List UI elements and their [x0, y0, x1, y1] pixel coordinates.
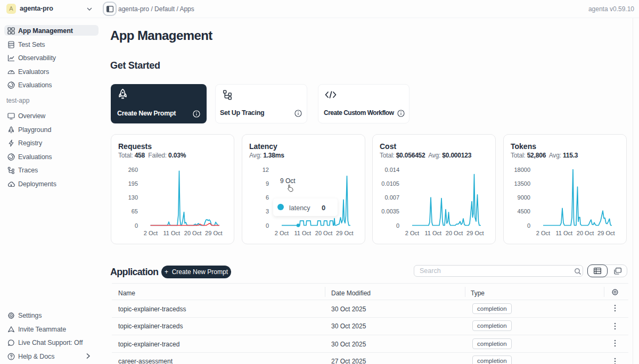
- svg-text:11 Oct: 11 Oct: [425, 230, 442, 236]
- svg-text:0: 0: [527, 222, 530, 229]
- svg-text:13500: 13500: [514, 180, 530, 187]
- svg-text:11 Oct: 11 Oct: [556, 230, 573, 236]
- svg-text:2 Oct: 2 Oct: [144, 230, 158, 236]
- svg-text:3: 3: [266, 208, 269, 214]
- svg-text:9: 9: [266, 180, 269, 187]
- svg-text:29 Oct: 29 Oct: [336, 230, 353, 236]
- svg-text:29 Oct: 29 Oct: [597, 230, 615, 236]
- svg-text:20 Oct: 20 Oct: [315, 230, 332, 236]
- svg-text:12: 12: [263, 167, 269, 173]
- svg-text:9000: 9000: [518, 194, 530, 201]
- svg-text:20 Oct: 20 Oct: [577, 230, 594, 236]
- svg-text:2 Oct: 2 Oct: [536, 230, 550, 236]
- svg-text:260: 260: [128, 167, 138, 173]
- svg-text:11 Oct: 11 Oct: [294, 230, 312, 236]
- svg-text:2 Oct: 2 Oct: [405, 230, 419, 236]
- svg-text:0: 0: [135, 222, 138, 229]
- svg-text:65: 65: [132, 208, 138, 214]
- svg-text:2 Oct: 2 Oct: [275, 230, 289, 236]
- svg-text:130: 130: [128, 194, 138, 201]
- svg-text:20 Oct: 20 Oct: [446, 230, 463, 236]
- svg-text:0.007: 0.007: [384, 194, 399, 201]
- svg-text:29 Oct: 29 Oct: [466, 230, 484, 236]
- svg-text:0.0035: 0.0035: [381, 208, 399, 214]
- svg-text:195: 195: [128, 180, 138, 187]
- svg-text:0: 0: [266, 222, 269, 229]
- svg-text:20 Oct: 20 Oct: [184, 230, 201, 236]
- svg-text:0.0105: 0.0105: [381, 180, 399, 187]
- svg-text:0.014: 0.014: [384, 167, 399, 173]
- svg-text:4500: 4500: [518, 208, 530, 214]
- svg-text:29 Oct: 29 Oct: [205, 230, 222, 236]
- svg-text:11 Oct: 11 Oct: [163, 230, 181, 236]
- svg-text:0: 0: [396, 222, 399, 229]
- svg-text:18000: 18000: [514, 167, 530, 173]
- svg-text:6: 6: [266, 194, 269, 201]
